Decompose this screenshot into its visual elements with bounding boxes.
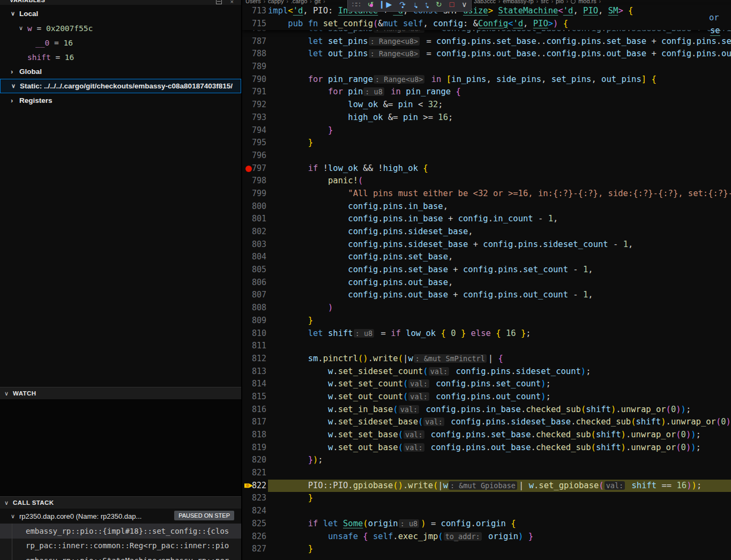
line-number[interactable]: 820 (242, 454, 266, 467)
line-number[interactable]: 790 (242, 73, 266, 86)
line-number[interactable]: 824 (242, 505, 266, 518)
code-line[interactable]: 816 w.set_in_base(val: config.pins.in_ba… (242, 404, 731, 416)
code-line[interactable]: 806 config.pins.out_base, (242, 277, 731, 289)
line-number[interactable]: 803 (242, 238, 266, 251)
collapse-all-icon[interactable] (216, 0, 222, 4)
line-number[interactable]: 791 (242, 86, 266, 99)
line-number[interactable]: 823 (242, 492, 266, 505)
line-number[interactable]: 819 (242, 442, 266, 454)
debug-session-row[interactable]: ∨ rp2350.dap.core0 (Name: rp2350.dap... … (0, 509, 241, 524)
code-line[interactable]: 788 let out_pins: Range<u8> = config.pin… (242, 48, 731, 61)
code-line[interactable]: 810 let shift: u8 = if low_ok { 0 } else… (242, 327, 731, 340)
code-line[interactable]: 797 if !low_ok && !high_ok { (242, 162, 731, 175)
breadcrumb-item[interactable]: src (541, 0, 549, 4)
stack-frame[interactable]: embassy_rp::pio::StateMachine<embassy_rp… (0, 553, 241, 560)
line-number[interactable]: 801 (242, 213, 266, 226)
code-line[interactable]: 800 config.pins.in_base, (242, 200, 731, 213)
stack-frame[interactable]: embassy_rp::pio::{impl#18}::set_config::… (0, 524, 241, 539)
stack-frame[interactable]: rp_pac::inner::common::Reg<rp_pac::inner… (0, 539, 241, 554)
code-line[interactable]: 808 ) (242, 302, 731, 315)
line-number[interactable]: 816 (242, 404, 266, 416)
line-number[interactable]: 802 (242, 226, 266, 238)
breadcrumb-item[interactable]: git (315, 0, 321, 4)
code-line[interactable]: 791 for pin: u8 in pin_range { (242, 86, 731, 99)
line-number[interactable]: 713 (242, 5, 266, 18)
breadcrumb-item[interactable]: 3ab3ccc (474, 0, 496, 4)
code-line[interactable]: 789 (242, 61, 731, 73)
code-line[interactable]: 715 pub fn set_config(&mut self, config:… (242, 18, 731, 31)
code-line[interactable]: 787 let set_pins: Range<u8> = config.pin… (242, 35, 731, 48)
line-number[interactable]: 827 (242, 543, 266, 556)
breadcrumb-item[interactable]: pio (556, 0, 564, 4)
variables-row[interactable]: shift = 16 (0, 50, 241, 64)
code-line[interactable]: 792 low_ok &= pin < 32; (242, 99, 731, 111)
line-number[interactable]: 796 (242, 150, 266, 162)
line-number[interactable]: 815 (242, 391, 266, 404)
breadcrumb-item[interactable]: .cargo (291, 0, 308, 4)
line-number[interactable]: 795 (242, 137, 266, 150)
code-line[interactable]: 796 (242, 150, 731, 162)
code-line[interactable]: 823 } (242, 492, 731, 505)
line-number[interactable]: 788 (242, 48, 266, 61)
restart-icon[interactable]: ↻ (436, 0, 442, 9)
code-line[interactable]: 826 unsafe { self.exec_jmp(to_addr: orig… (242, 531, 731, 543)
line-number[interactable]: 811 (242, 340, 266, 353)
breadcrumb-item[interactable]: Users (245, 0, 261, 4)
code-line[interactable]: 793 high_ok &= pin >= 16; (242, 111, 731, 124)
variables-row[interactable]: __0 = 16 (0, 35, 241, 50)
code-line[interactable]: 804 config.pins.set_base, (242, 251, 731, 264)
step-into-icon[interactable]: ↓ (413, 0, 417, 9)
call-stack-panel-header[interactable]: ∨ CALL STACK (0, 496, 241, 509)
step-out-icon[interactable]: ↑ (424, 0, 428, 9)
line-number[interactable]: 810 (242, 327, 266, 340)
line-number[interactable]: 812 (242, 353, 266, 365)
code-line[interactable]: 817 w.set_sideset_base(val: config.pins.… (242, 416, 731, 429)
code-line[interactable]: 794 } (242, 124, 731, 137)
variables-row[interactable]: ∨Static: ../../../.cargo/git/checkouts/e… (0, 79, 241, 93)
code-line[interactable]: 822 PIO::PIO.gpiobase().write(|w: &mut G… (242, 480, 731, 492)
line-number[interactable]: 799 (242, 188, 266, 200)
line-number[interactable]: 794 (242, 124, 266, 137)
variables-row[interactable]: ∨w = 0x2007f55c (0, 21, 241, 35)
line-number[interactable]: 814 (242, 378, 266, 391)
line-number[interactable]: 804 (242, 251, 266, 264)
sticky-scroll[interactable]: 713impl<'d, PIO: Instance + 'd, const SM… (242, 5, 731, 30)
line-number[interactable]: 825 (242, 518, 266, 531)
line-number[interactable]: 789 (242, 61, 266, 73)
code-line[interactable]: 812 sm.pinctrl().write(|w: &mut SmPinctr… (242, 353, 731, 365)
line-number[interactable]: 826 (242, 531, 266, 543)
code-line[interactable]: 807 config.pins.out_base + config.pins.o… (242, 289, 731, 302)
reset-device-icon[interactable]: ↺ (368, 0, 374, 9)
variables-row[interactable]: ›Global (0, 64, 241, 79)
chevron-down-icon[interactable]: ∨ (461, 0, 467, 9)
code-line[interactable]: 805 config.pins.set_base + config.pins.s… (242, 264, 731, 277)
line-number[interactable]: 808 (242, 302, 266, 315)
variables-panel-header[interactable]: VARIABLES × (0, 0, 241, 5)
code-line[interactable]: 821 (242, 467, 731, 480)
breadcrumb-item[interactable]: cappy (268, 0, 284, 4)
step-over-icon[interactable]: ↷ (399, 0, 406, 9)
code-line[interactable]: 827 } (242, 543, 731, 556)
code-line[interactable]: 802 config.pins.sideset_base, (242, 226, 731, 238)
code-line[interactable]: 798 panic!( (242, 175, 731, 188)
variables-row[interactable]: ∨Local (0, 6, 241, 21)
watch-panel-header[interactable]: ∨ WATCH (0, 387, 241, 400)
code-line[interactable]: 813 w.set_sideset_count(val: config.pins… (242, 365, 731, 378)
close-icon[interactable]: × (230, 0, 234, 4)
code-line[interactable]: 801 config.pins.in_base + config.in_coun… (242, 213, 731, 226)
line-number[interactable]: 792 (242, 99, 266, 111)
code-line[interactable]: 790 for pin_range: Range<u8> in [in_pins… (242, 73, 731, 86)
code-line[interactable]: 825 if let Some(origin: u8) = config.ori… (242, 518, 731, 531)
line-number[interactable]: 787 (242, 35, 266, 48)
code-line[interactable]: 818 w.set_set_base(val: config.pins.set_… (242, 429, 731, 442)
code-line[interactable]: 820 }); (242, 454, 731, 467)
code-line[interactable]: 819 w.set_out_base(val: config.pins.out_… (242, 442, 731, 454)
breadcrumb-item-file[interactable]: mod.rs (578, 0, 596, 4)
line-number[interactable]: 807 (242, 289, 266, 302)
code-line[interactable]: 811 (242, 340, 731, 353)
line-number[interactable]: 798 (242, 175, 266, 188)
code-line[interactable]: 795 } (242, 137, 731, 150)
line-number[interactable]: 818 (242, 429, 266, 442)
line-number[interactable]: 715 (242, 18, 266, 31)
line-number[interactable]: 805 (242, 264, 266, 277)
